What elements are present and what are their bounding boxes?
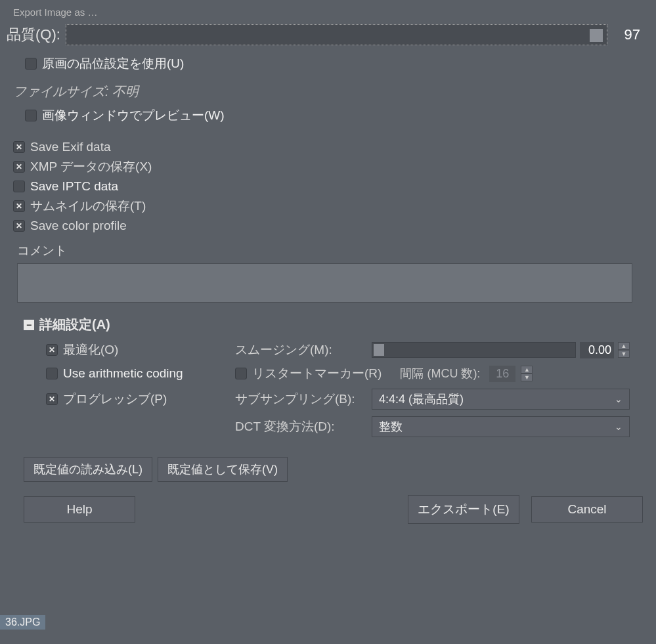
spinner-up-icon: ▲ xyxy=(521,366,533,374)
optimize-checkbox[interactable] xyxy=(46,344,58,356)
use-original-quality-checkbox[interactable] xyxy=(25,58,37,70)
quality-slider[interactable] xyxy=(66,24,607,45)
progressive-label: プログレッシブ(P) xyxy=(63,391,167,408)
chevron-down-icon: ⌄ xyxy=(615,421,623,432)
save-exif-checkbox[interactable] xyxy=(13,141,25,153)
arithmetic-checkbox[interactable] xyxy=(46,368,58,379)
filesize-label: ファイルサイズ: 不明 xyxy=(13,83,643,100)
dct-label: DCT 変換方法(D): xyxy=(235,418,366,435)
save-xmp-checkbox[interactable] xyxy=(13,161,25,173)
smoothing-slider-thumb[interactable] xyxy=(374,344,384,356)
advanced-expander-label: 詳細設定(A) xyxy=(39,316,110,333)
arithmetic-label: Use arithmetic coding xyxy=(63,366,183,381)
preview-label: 画像ウィンドウでプレビュー(W) xyxy=(42,107,225,124)
interval-label: 間隔 (MCU 数): xyxy=(400,366,480,381)
save-defaults-button[interactable]: 既定値として保存(V) xyxy=(158,457,288,482)
spinner-down-icon: ▼ xyxy=(521,374,533,381)
save-iptc-label: Save IPTC data xyxy=(30,179,118,194)
smoothing-slider[interactable] xyxy=(372,342,576,358)
interval-spinner: ▲ ▼ xyxy=(521,366,533,381)
background-thumbnail-filename: 36.JPG xyxy=(0,615,45,630)
smoothing-label: スムージング(M): xyxy=(235,341,366,358)
quality-value[interactable]: 97 xyxy=(613,26,643,43)
progressive-checkbox[interactable] xyxy=(46,393,58,405)
dct-dropdown[interactable]: 整数 ⌄ xyxy=(372,416,630,437)
help-button[interactable]: Help xyxy=(24,496,135,523)
quality-slider-thumb[interactable] xyxy=(590,29,603,42)
comment-textarea[interactable] xyxy=(17,263,632,303)
restart-label: リスタートマーカー(R) xyxy=(252,365,382,382)
restart-checkbox[interactable] xyxy=(235,368,247,379)
advanced-expander-toggle[interactable]: − xyxy=(24,320,34,330)
spinner-down-icon[interactable]: ▼ xyxy=(618,350,630,358)
comment-label: コメント xyxy=(17,242,643,259)
cancel-button[interactable]: Cancel xyxy=(531,496,643,523)
subsampling-label: サブサンプリング(B): xyxy=(235,391,366,408)
subsampling-dropdown[interactable]: 4:4:4 (最高品質) ⌄ xyxy=(372,389,630,410)
save-exif-label: Save Exif data xyxy=(30,140,111,154)
export-button[interactable]: エクスポート(E) xyxy=(408,495,519,524)
interval-value: 16 xyxy=(489,366,515,382)
save-color-profile-label: Save color profile xyxy=(30,219,127,233)
smoothing-spinner[interactable]: ▲ ▼ xyxy=(618,342,630,358)
dct-value: 整数 xyxy=(379,419,403,435)
quality-label: 品質(Q): xyxy=(7,25,60,45)
save-xmp-label: XMP データの保存(X) xyxy=(30,158,152,175)
use-original-quality-label: 原画の品位設定を使用(U) xyxy=(42,55,184,72)
save-thumbnail-checkbox[interactable] xyxy=(13,200,25,212)
save-iptc-checkbox[interactable] xyxy=(13,181,25,192)
save-color-profile-checkbox[interactable] xyxy=(13,220,25,232)
load-defaults-button[interactable]: 既定値の読み込み(L) xyxy=(24,457,152,482)
save-thumbnail-label: サムネイルの保存(T) xyxy=(30,198,146,215)
optimize-label: 最適化(O) xyxy=(63,341,118,358)
dialog-title-hint: Export Image as … xyxy=(13,7,643,18)
preview-checkbox[interactable] xyxy=(25,110,37,121)
smoothing-value[interactable]: 0.00 xyxy=(580,342,614,358)
chevron-down-icon: ⌄ xyxy=(615,394,623,404)
spinner-up-icon[interactable]: ▲ xyxy=(618,342,630,350)
subsampling-value: 4:4:4 (最高品質) xyxy=(379,391,464,407)
